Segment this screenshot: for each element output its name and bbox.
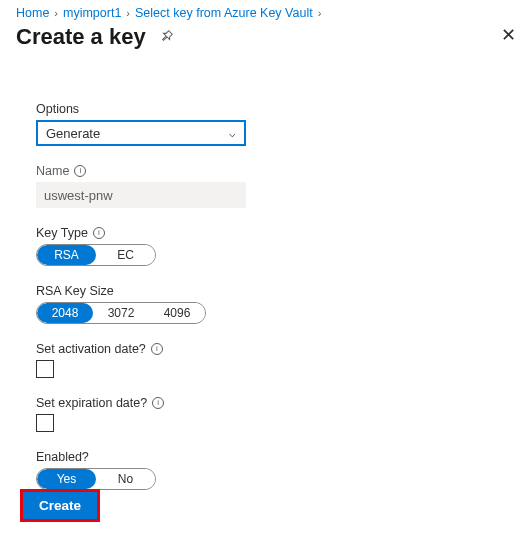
breadcrumb-keyvault[interactable]: myimport1 xyxy=(63,6,121,20)
chevron-right-icon: › xyxy=(126,7,130,19)
field-options: Options Generate ⌵ xyxy=(36,102,490,146)
activation-label: Set activation date? xyxy=(36,342,146,356)
rsa-size-toggle: 2048 3072 4096 xyxy=(36,302,206,324)
options-label: Options xyxy=(36,102,490,116)
expiration-checkbox[interactable] xyxy=(36,414,54,432)
field-rsa-size: RSA Key Size 2048 3072 4096 xyxy=(36,284,490,324)
enabled-toggle: Yes No xyxy=(36,468,156,490)
breadcrumb: Home › myimport1 › Select key from Azure… xyxy=(0,0,526,22)
close-icon[interactable]: ✕ xyxy=(501,24,516,46)
page-title: Create a key xyxy=(16,24,146,50)
create-button[interactable]: Create xyxy=(23,492,97,519)
breadcrumb-home[interactable]: Home xyxy=(16,6,49,20)
key-type-label-row: Key Type i xyxy=(36,226,490,240)
page-header: Create a key ✕ xyxy=(0,22,526,62)
activation-checkbox[interactable] xyxy=(36,360,54,378)
rsa-size-4096[interactable]: 4096 xyxy=(149,303,205,323)
name-label-row: Name i xyxy=(36,164,490,178)
enabled-yes[interactable]: Yes xyxy=(37,469,96,489)
activation-label-row: Set activation date? i xyxy=(36,342,490,356)
info-icon: i xyxy=(152,397,164,409)
breadcrumb-select-key[interactable]: Select key from Azure Key Vault xyxy=(135,6,313,20)
key-type-rsa[interactable]: RSA xyxy=(37,245,96,265)
options-dropdown[interactable]: Generate ⌵ xyxy=(36,120,246,146)
form-area: Options Generate ⌵ Name i Key Type i RSA… xyxy=(0,62,526,490)
key-type-ec[interactable]: EC xyxy=(96,245,155,265)
chevron-right-icon: › xyxy=(54,7,58,19)
options-value: Generate xyxy=(46,126,100,141)
rsa-size-2048[interactable]: 2048 xyxy=(37,303,93,323)
rsa-size-label: RSA Key Size xyxy=(36,284,490,298)
info-icon: i xyxy=(74,165,86,177)
name-label: Name xyxy=(36,164,69,178)
expiration-label-row: Set expiration date? i xyxy=(36,396,490,410)
footer: Create xyxy=(20,489,100,522)
expiration-label: Set expiration date? xyxy=(36,396,147,410)
rsa-size-3072[interactable]: 3072 xyxy=(93,303,149,323)
chevron-right-icon: › xyxy=(318,7,322,19)
chevron-down-icon: ⌵ xyxy=(229,127,236,140)
create-highlight: Create xyxy=(20,489,100,522)
field-name: Name i xyxy=(36,164,490,208)
field-expiration: Set expiration date? i xyxy=(36,396,490,432)
info-icon: i xyxy=(93,227,105,239)
enabled-label: Enabled? xyxy=(36,450,490,464)
enabled-no[interactable]: No xyxy=(96,469,155,489)
field-enabled: Enabled? Yes No xyxy=(36,450,490,490)
key-type-toggle: RSA EC xyxy=(36,244,156,266)
key-type-label: Key Type xyxy=(36,226,88,240)
name-input[interactable] xyxy=(36,182,246,208)
field-activation: Set activation date? i xyxy=(36,342,490,378)
field-key-type: Key Type i RSA EC xyxy=(36,226,490,266)
info-icon: i xyxy=(151,343,163,355)
pin-icon[interactable] xyxy=(160,29,174,46)
